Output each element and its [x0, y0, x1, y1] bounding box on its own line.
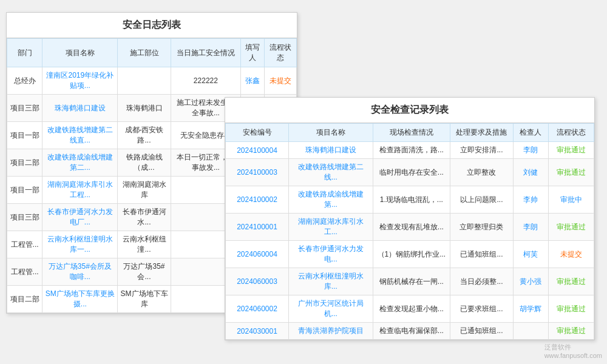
right-cell-action: 立即整理归类: [450, 214, 513, 241]
right-cell-action: 立即安排清...: [450, 142, 513, 159]
left-cell-proj[interactable]: 潼南区2019年绿化补贴项...: [42, 67, 118, 95]
right-col-proj: 项目名称: [289, 124, 373, 142]
right-table-container: 安全检查记录列表 安检编号 项目名称 现场检查情况 处理要求及措施 检查人 流程…: [225, 97, 595, 340]
right-cell-inspect: 检查临电有漏保部...: [373, 323, 450, 340]
right-cell-inspector: [514, 323, 549, 340]
right-table-header-row: 安检编号 项目名称 现场检查情况 处理要求及措施 检查人 流程状态: [226, 124, 594, 142]
right-cell-action: 已通知班组...: [450, 241, 513, 268]
right-cell-proj[interactable]: 珠海鹤港口建设: [289, 142, 373, 159]
right-cell-proj[interactable]: 云南水利枢纽潼明水库...: [289, 268, 373, 295]
left-cell-proj[interactable]: 改建铁路成渝线增建第二...: [42, 149, 118, 177]
left-cell-dept: 工程管...: [7, 258, 42, 286]
right-cell-id[interactable]: 2024030001: [226, 323, 289, 340]
left-cell-dept: 总经办: [7, 67, 42, 95]
right-cell-action: 已通知班组...: [450, 323, 513, 340]
watermark: 泛普软件 www.fanpusoft.com: [544, 343, 602, 359]
left-col-proj: 项目名称: [42, 39, 118, 67]
left-cell-dept: 项目三部: [7, 95, 42, 122]
right-col-id: 安检编号: [226, 124, 289, 142]
right-cell-id[interactable]: 2024060004: [226, 241, 289, 268]
right-cell-inspect: 1.现场临电混乱，...: [373, 186, 450, 214]
left-cell-site: SM广场地下车库: [118, 286, 171, 313]
right-cell-status: 审批通过: [548, 268, 594, 295]
right-cell-status: 审批通过: [548, 214, 594, 241]
left-cell-site: 万达广场35#会...: [118, 258, 171, 286]
right-cell-status: 审批通过: [548, 142, 594, 159]
left-cell-dept: 项目一部: [7, 177, 42, 204]
right-table-row: 2024100004珠海鹤港口建设检查路面清洗，路...立即安排清...李朗审批…: [226, 142, 594, 159]
right-table-row: 2024100003改建铁路线增建第二线...临时用电存在安全...立即整改刘健…: [226, 159, 594, 186]
right-cell-proj[interactable]: 改建铁路线增建第二线...: [289, 159, 373, 186]
left-col-site: 施工部位: [118, 39, 171, 67]
left-cell-dept: 项目二部: [7, 286, 42, 313]
right-cell-inspector: 柯芙: [514, 241, 549, 268]
right-cell-proj[interactable]: 青海洪湖养护院项目: [289, 323, 373, 340]
right-cell-inspector: 李帅: [514, 186, 549, 214]
right-cell-action: 当日必须整...: [450, 268, 513, 295]
left-cell-proj[interactable]: 云南水利枢纽潼明水库一...: [42, 231, 118, 258]
left-cell-site: 长春市伊通河水...: [118, 204, 171, 231]
right-cell-status: 审批中: [548, 186, 594, 214]
left-cell-proj[interactable]: 长春市伊通河水力发电厂...: [42, 204, 118, 231]
left-cell-status: 未提交: [265, 67, 297, 95]
left-col-status: 流程状态: [265, 39, 297, 67]
right-cell-inspect: 检查发现起重小物...: [373, 295, 450, 323]
right-cell-proj[interactable]: 湖南洞庭湖水库引水工...: [289, 214, 373, 241]
left-cell-filler: 张鑫: [241, 67, 265, 95]
right-cell-inspect: 检查发现有乱堆放...: [373, 214, 450, 241]
right-cell-id[interactable]: 2024060002: [226, 295, 289, 323]
right-cell-proj[interactable]: 改建铁路成渝线增建第...: [289, 186, 373, 214]
left-cell-proj[interactable]: 湖南洞庭湖水库引水工程...: [42, 177, 118, 204]
right-table-row: 2024100002改建铁路成渝线增建第...1.现场临电混乱，...以上问题限…: [226, 186, 594, 214]
right-cell-status: 审批通过: [548, 295, 594, 323]
right-cell-status: 未提交: [548, 241, 594, 268]
left-cell-proj[interactable]: 珠海鹤港口建设: [42, 95, 118, 122]
left-cell-site: 云南水利枢纽潼...: [118, 231, 171, 258]
right-table-title: 安全检查记录列表: [225, 98, 594, 123]
right-cell-status: 审批通过: [548, 159, 594, 186]
right-table: 安检编号 项目名称 现场检查情况 处理要求及措施 检查人 流程状态 202410…: [225, 123, 594, 340]
right-cell-id[interactable]: 2024100001: [226, 214, 289, 241]
right-cell-inspect: 检查路面清洗，路...: [373, 142, 450, 159]
left-cell-proj[interactable]: 万达广场35#会所及咖啡...: [42, 258, 118, 286]
right-col-inspector: 检查人: [514, 124, 549, 142]
left-cell-proj[interactable]: SM广场地下车库更换摄...: [42, 286, 118, 313]
right-cell-id[interactable]: 2024100004: [226, 142, 289, 159]
left-cell-site: [118, 67, 171, 95]
right-table-row: 2024030001青海洪湖养护院项目检查临电有漏保部...已通知班组...审批…: [226, 323, 594, 340]
left-table-header-row: 部门 项目名称 施工部位 当日施工安全情况 填写人 流程状态: [7, 39, 297, 67]
right-cell-action: 已要求班组...: [450, 295, 513, 323]
left-cell-dept: 项目三部: [7, 204, 42, 231]
right-cell-inspector: 胡学辉: [514, 295, 549, 323]
right-cell-action: 以上问题限...: [450, 186, 513, 214]
right-cell-inspect: （1）钢筋绑扎作业...: [373, 241, 450, 268]
left-cell-dept: 项目一部: [7, 122, 42, 149]
right-col-inspect: 现场检查情况: [373, 124, 450, 142]
left-cell-dept: 项目二部: [7, 149, 42, 177]
left-cell-site: 珠海鹤港口: [118, 95, 171, 122]
right-table-row: 2024060002广州市天河区统计局机...检查发现起重小物...已要求班组.…: [226, 295, 594, 323]
right-cell-id[interactable]: 2024060003: [226, 268, 289, 295]
right-cell-inspect: 钢筋机械存在一闸...: [373, 268, 450, 295]
left-col-fill: 填写人: [241, 39, 265, 67]
right-table-row: 2024100001湖南洞庭湖水库引水工...检查发现有乱堆放...立即整理归类…: [226, 214, 594, 241]
right-cell-action: 立即整改: [450, 159, 513, 186]
right-cell-inspector: 黄小强: [514, 268, 549, 295]
left-col-dept: 部门: [7, 39, 42, 67]
left-cell-safety: 222222: [171, 67, 241, 95]
right-col-status: 流程状态: [548, 124, 594, 142]
left-cell-site: 铁路成渝线（成...: [118, 149, 171, 177]
right-cell-id[interactable]: 2024100002: [226, 186, 289, 214]
right-cell-status: 审批通过: [548, 323, 594, 340]
right-cell-id[interactable]: 2024100003: [226, 159, 289, 186]
left-cell-site: 成都-西安铁路...: [118, 122, 171, 149]
left-table-title: 安全日志列表: [7, 13, 297, 38]
right-cell-inspect: 临时用电存在安全...: [373, 159, 450, 186]
right-cell-proj[interactable]: 长春市伊通河水力发电...: [289, 241, 373, 268]
right-cell-proj[interactable]: 广州市天河区统计局机...: [289, 295, 373, 323]
right-cell-inspector: 李朗: [514, 142, 549, 159]
right-table-row: 2024060003云南水利枢纽潼明水库...钢筋机械存在一闸...当日必须整.…: [226, 268, 594, 295]
right-cell-inspector: 刘健: [514, 159, 549, 186]
left-cell-proj[interactable]: 改建铁路线增建第二线直...: [42, 122, 118, 149]
left-col-safe: 当日施工安全情况: [171, 39, 241, 67]
